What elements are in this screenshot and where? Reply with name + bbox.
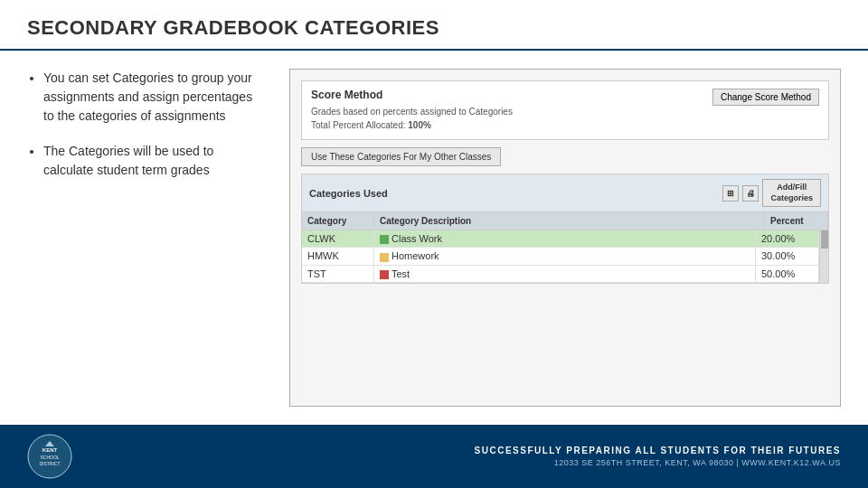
- use-categories-button[interactable]: Use These Categories For My Other Classe…: [301, 147, 501, 166]
- change-score-method-button[interactable]: Change Score Method: [712, 89, 819, 106]
- categories-used-header: Categories Used ⊞ 🖨 Add/Fill Categories: [302, 174, 828, 212]
- bullet-item-2: The Categories will be used to calculate…: [43, 142, 262, 180]
- score-method-label: Score Method: [311, 89, 513, 101]
- page-header: SECONDARY GRADEBOOK CATEGORIES: [0, 0, 868, 51]
- table-content: CLWK Class Work 20.00% HMWK Homework 30.…: [302, 230, 819, 282]
- bullet-item-1: You can set Categories to group your ass…: [43, 69, 262, 126]
- cell-percent: 50.00%: [756, 266, 819, 282]
- score-method-row: Score Method Grades based on percents as…: [311, 89, 819, 132]
- kent-school-district-logo: KENT SCHOOL DISTRICT: [27, 434, 72, 479]
- add-btn-line2: Categories: [770, 193, 813, 204]
- score-method-box: Score Method Grades based on percents as…: [301, 80, 829, 140]
- svg-text:SCHOOL: SCHOOL: [40, 455, 59, 460]
- bullet-section: You can set Categories to group your ass…: [27, 69, 262, 407]
- cell-description: Homework: [374, 248, 756, 264]
- cell-code: TST: [302, 266, 374, 282]
- add-all-categories-button[interactable]: Add/Fill Categories: [762, 179, 821, 207]
- categories-used-section: Categories Used ⊞ 🖨 Add/Fill Categories …: [301, 174, 829, 284]
- cell-code: HMWK: [302, 248, 374, 264]
- cell-description: Test: [374, 266, 756, 282]
- footer-address: 12033 SE 256TH STREET, KENT, WA 98030 | …: [86, 458, 841, 467]
- main-content: You can set Categories to group your ass…: [0, 51, 868, 425]
- scrollbar[interactable]: [819, 230, 828, 282]
- page-title: SECONDARY GRADEBOOK CATEGORIES: [27, 16, 841, 40]
- color-swatch: [380, 253, 389, 262]
- col-percent: Percent: [765, 212, 828, 230]
- score-method-description: Grades based on percents assigned to Cat…: [311, 105, 513, 118]
- col-description: Category Description: [374, 212, 765, 230]
- total-percent: Total Percent Allocated: 100%: [311, 118, 513, 132]
- categories-table: Category Category Description Percent CL…: [302, 212, 828, 282]
- total-percent-value: 100%: [408, 120, 431, 130]
- cell-description: Class Work: [374, 230, 756, 247]
- footer: KENT SCHOOL DISTRICT SUCCESSFULLY PREPAR…: [0, 425, 868, 488]
- score-method-info: Score Method Grades based on percents as…: [311, 89, 513, 132]
- color-swatch: [380, 270, 389, 279]
- header-icons: ⊞ 🖨 Add/Fill Categories: [722, 179, 821, 207]
- svg-text:DISTRICT: DISTRICT: [39, 461, 60, 466]
- total-percent-label: Total Percent Allocated:: [311, 120, 406, 130]
- svg-text:KENT: KENT: [42, 447, 58, 453]
- add-btn-line1: Add/Fill: [770, 183, 813, 193]
- cell-code: CLWK: [302, 230, 374, 247]
- print-icon[interactable]: 🖨: [742, 185, 759, 202]
- table-row: HMWK Homework 30.00%: [302, 248, 819, 265]
- col-category: Category: [302, 212, 374, 230]
- export-icon[interactable]: ⊞: [722, 185, 739, 202]
- screenshot-panel: Score Method Grades based on percents as…: [289, 69, 841, 407]
- scrollbar-thumb: [821, 230, 828, 249]
- table-row: CLWK Class Work 20.00%: [302, 230, 819, 248]
- table-row: TST Test 50.00%: [302, 266, 819, 283]
- cell-percent: 30.00%: [756, 248, 819, 264]
- footer-text: SUCCESSFULLY PREPARING ALL STUDENTS FOR …: [86, 446, 841, 467]
- cell-percent: 20.00%: [756, 230, 819, 247]
- footer-tagline: SUCCESSFULLY PREPARING ALL STUDENTS FOR …: [86, 446, 841, 455]
- categories-used-label: Categories Used: [309, 188, 388, 199]
- color-swatch: [380, 235, 389, 244]
- table-header: Category Category Description Percent: [302, 212, 828, 230]
- table-scrollable: CLWK Class Work 20.00% HMWK Homework 30.…: [302, 230, 828, 282]
